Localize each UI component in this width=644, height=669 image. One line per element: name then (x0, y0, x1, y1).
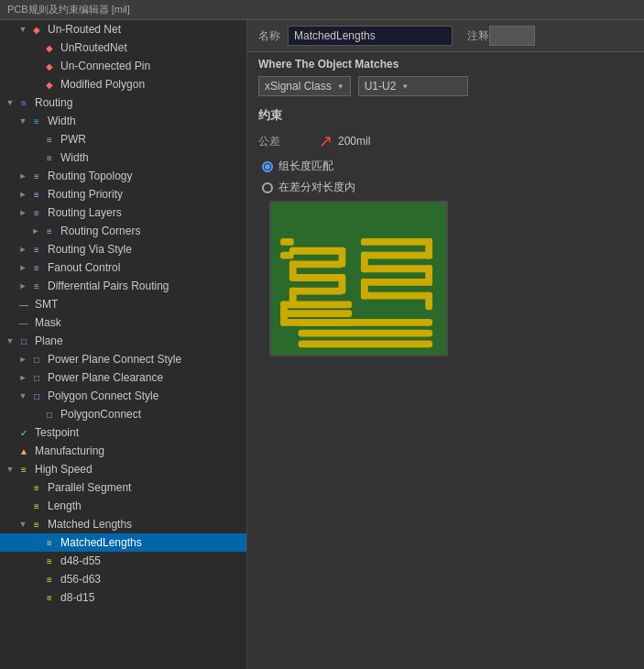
tree-item-d48-d55[interactable]: ≡d48-d55 (0, 552, 246, 570)
tree-item-unconnected-pin[interactable]: ◆Un-Connected Pin (0, 57, 246, 75)
comment-label: 注释 (467, 28, 489, 44)
tree-label-routing-layers: Routing Layers (48, 206, 122, 219)
name-label: 名称 (258, 28, 280, 44)
tree-item-routing-priority[interactable]: ►≡Routing Priority (0, 185, 246, 203)
svg-rect-13 (361, 238, 432, 246)
tree-icon-manufacturing: ▲ (16, 444, 31, 457)
svg-rect-7 (289, 274, 344, 281)
tree-item-differential-pairs[interactable]: ►≡Differential Pairs Routing (0, 277, 246, 295)
tree-icon-matched-lengths-child: ≡ (42, 536, 57, 549)
tree-icon-power-plane-clearance: □ (29, 371, 44, 384)
tree-item-power-plane-clearance[interactable]: ►□Power Plane Clearance (0, 368, 246, 387)
tree-item-routing-layers[interactable]: ►≡Routing Layers (0, 203, 246, 222)
tree-item-pwr[interactable]: ≡PWR (0, 130, 246, 148)
svg-rect-4 (280, 301, 288, 325)
main-container: ▼◆Un-Routed Net◆UnRoutedNet◆Un-Connected… (0, 20, 644, 669)
tree-arrow-high-speed: ▼ (4, 465, 16, 474)
tree-icon-matched-lengths: ≡ (29, 518, 44, 531)
tree-item-routing[interactable]: ▼≡Routing (0, 93, 246, 112)
tree-item-unrouted-net-child[interactable]: ◆UnRoutedNet (0, 38, 246, 57)
tree-item-unrouted-net[interactable]: ▼◆Un-Routed Net (0, 20, 246, 38)
left-panel: ▼◆Un-Routed Net◆UnRoutedNet◆Un-Connected… (0, 20, 247, 669)
tree-icon-unconnected-pin: ◆ (42, 60, 57, 72)
tree-icon-plane: □ (16, 334, 31, 347)
constraint-row: 公差 ↗ 200mil (258, 131, 633, 151)
tree-item-parallel-segment[interactable]: ≡Parallel Segment (0, 478, 246, 497)
tree-item-smt[interactable]: —SMT (0, 295, 246, 313)
svg-rect-17 (361, 292, 432, 300)
tree-arrow-power-plane-clearance: ► (16, 373, 29, 382)
tree-item-routing-corners[interactable]: ►≡Routing Corners (0, 222, 246, 240)
tree-item-high-speed[interactable]: ▼≡High Speed (0, 460, 246, 478)
tree-label-mask: Mask (35, 316, 61, 329)
where-title: Where The Object Matches (258, 58, 633, 71)
tree-item-modified-polygon[interactable]: ◆Modified Polygon (0, 75, 246, 93)
tree-label-power-plane-connect: Power Plane Connect Style (48, 353, 181, 366)
tree-label-plane: Plane (35, 334, 63, 347)
tree-icon-pwr: ≡ (42, 133, 57, 146)
title-text: PCB规则及约束编辑器 [mil] (7, 3, 130, 16)
tree-item-testpoint[interactable]: ✓Testpoint (0, 423, 246, 442)
tree-label-power-plane-clearance: Power Plane Clearance (48, 371, 163, 384)
tree-icon-routing-layers: ≡ (29, 206, 44, 219)
tree-item-mask[interactable]: —Mask (0, 313, 246, 332)
tree-arrow-differential-pairs: ► (16, 281, 29, 291)
svg-rect-19 (425, 265, 432, 285)
dropdown-u1u2[interactable]: U1-U2 ▼ (358, 76, 468, 96)
radio-diff-pair[interactable] (262, 182, 273, 193)
tree-item-matched-lengths-child[interactable]: ≡MatchedLengths (0, 533, 246, 552)
tree-icon-mask: — (16, 316, 31, 329)
tree-label-routing-priority: Routing Priority (48, 188, 123, 201)
radio-group-length-active[interactable] (262, 161, 273, 172)
tree-icon-power-plane-connect: □ (29, 353, 44, 366)
tree-label-routing: Routing (35, 96, 72, 109)
svg-rect-14 (361, 252, 432, 259)
svg-rect-22 (361, 279, 368, 299)
tree-item-routing-topology[interactable]: ►≡Routing Topology (0, 167, 246, 185)
tree-label-polygon-connect: PolygonConnect (60, 408, 141, 421)
tree-icon-routing: ≡ (16, 96, 31, 109)
tree-label-high-speed: High Speed (35, 463, 93, 476)
chevron-down-icon2: ▼ (401, 82, 409, 91)
tree-item-length[interactable]: ≡Length (0, 497, 246, 515)
constraint-section: 约束 公差 ↗ 200mil 组长度匹配 在差分对长度内 (247, 102, 644, 669)
title-bar: PCB规则及约束编辑器 [mil] (0, 0, 644, 20)
tree-arrow-routing-corners: ► (29, 226, 42, 236)
tree-item-manufacturing[interactable]: ▲Manufacturing (0, 442, 246, 460)
tree-item-fanout-control[interactable]: ►≡Fanout Control (0, 258, 246, 277)
tree-item-width[interactable]: ▼≡Width (0, 112, 246, 130)
tree-label-polygon-connect-style: Polygon Connect Style (48, 389, 158, 402)
tree-arrow-routing-via-style: ► (16, 245, 29, 254)
tree-label-routing-corners: Routing Corners (60, 225, 140, 237)
tree-icon-width: ≡ (29, 115, 44, 127)
tree-arrow-fanout-control: ► (16, 263, 29, 272)
tree-item-routing-via-style[interactable]: ►≡Routing Via Style (0, 240, 246, 258)
svg-rect-5 (289, 247, 344, 255)
tree-item-matched-lengths[interactable]: ▼≡Matched Lengths (0, 515, 246, 533)
dropdown-signal-class[interactable]: xSignal Class ▼ (258, 76, 351, 96)
tree-label-fanout-control: Fanout Control (48, 261, 120, 274)
tree-icon-d56-d63: ≡ (42, 573, 57, 586)
tree-label-testpoint: Testpoint (35, 426, 79, 439)
radio-row-2[interactable]: 在差分对长度内 (258, 180, 633, 195)
tree-item-polygon-connect[interactable]: □PolygonConnect (0, 405, 246, 423)
svg-rect-11 (289, 260, 297, 280)
tree-icon-parallel-segment: ≡ (29, 481, 44, 494)
tree-label-unconnected-pin: Un-Connected Pin (60, 60, 150, 72)
tree-arrow-routing: ▼ (4, 98, 16, 107)
tree-label-routing-via-style: Routing Via Style (48, 243, 132, 256)
svg-rect-21 (361, 252, 368, 272)
tree-item-polygon-connect-style[interactable]: ▼□Polygon Connect Style (0, 387, 246, 405)
comment-input[interactable] (489, 26, 535, 46)
tree-item-width-child[interactable]: ≡Width (0, 148, 246, 167)
tree-item-plane[interactable]: ▼□Plane (0, 332, 246, 350)
tree-item-d56-d63[interactable]: ≡d56-d63 (0, 570, 246, 588)
svg-rect-25 (299, 340, 432, 347)
radio1-label: 组长度匹配 (278, 159, 333, 174)
tree-item-d8-d15[interactable]: ≡d8-d15 (0, 588, 246, 607)
svg-rect-27 (280, 252, 294, 259)
name-input[interactable] (288, 26, 453, 46)
tree-label-pwr: PWR (60, 133, 86, 146)
tree-item-power-plane-connect[interactable]: ►□Power Plane Connect Style (0, 350, 246, 368)
radio-row-1[interactable]: 组长度匹配 (258, 159, 633, 174)
